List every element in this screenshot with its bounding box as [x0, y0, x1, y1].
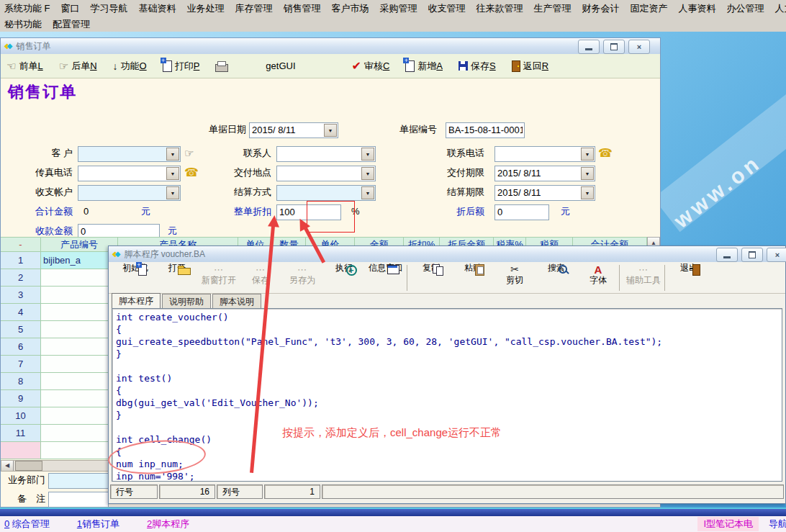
settle_due-combo[interactable]: 2015/ 8/11▼ [494, 185, 595, 201]
toolbar-label: 粘贴 [452, 263, 494, 273]
printer-button[interactable] [215, 60, 228, 72]
init-button[interactable]: 初始化 [114, 263, 156, 273]
hand-icon[interactable]: ☞ [184, 146, 194, 161]
restore-button[interactable] [741, 248, 763, 262]
grid-cell[interactable] [41, 338, 118, 356]
menu-item[interactable]: 业务处理 [187, 2, 225, 16]
next-voucher-button[interactable]: ☞后单N [59, 60, 97, 73]
discounted-input[interactable]: 0 [494, 204, 549, 220]
menu-item[interactable]: 收支管理 [428, 2, 466, 16]
close-button[interactable]: × [628, 40, 650, 54]
open-button[interactable]: 打开 [156, 263, 198, 273]
cut-button[interactable]: ✂剪切 [494, 263, 536, 285]
menu-item[interactable]: 配置管理 [53, 18, 90, 32]
taskbar-item[interactable]: 1销售订单 [77, 518, 119, 531]
menu-item[interactable]: 生产管理 [534, 2, 572, 16]
font-button[interactable]: A字体 [577, 263, 619, 285]
dept-input[interactable] [48, 473, 109, 489]
chevron-down-icon[interactable]: ▼ [361, 148, 374, 161]
grid-cell[interactable] [41, 287, 118, 304]
grid-cell[interactable] [41, 373, 118, 390]
chevron-down-icon[interactable]: ▼ [324, 124, 337, 137]
restore-button[interactable] [603, 40, 625, 54]
fax-combo[interactable]: ▼ [78, 166, 181, 181]
deliver_place-combo[interactable]: ▼ [276, 166, 376, 181]
chevron-down-icon[interactable]: ▼ [166, 167, 179, 180]
menu-item[interactable]: 基础资料 [139, 2, 176, 16]
prev-voucher-button[interactable]: ☜前单L [6, 60, 43, 73]
contact_phone-combo[interactable]: ▼ [494, 146, 595, 162]
search-button[interactable]: 搜索 [536, 263, 577, 273]
menu-item[interactable]: 人力资源 [775, 2, 786, 16]
run-button[interactable]: 执行 [323, 263, 365, 273]
taskbar-item[interactable]: 2脚本程序 [147, 518, 189, 531]
grid-cell[interactable] [41, 390, 118, 407]
menu-item[interactable]: 办公管理 [727, 2, 764, 16]
taskbar-item[interactable]: 0 综合管理 [4, 518, 50, 531]
print-button[interactable]: 打印P [163, 60, 200, 73]
note-input[interactable] [48, 492, 109, 508]
audit-button[interactable]: ✔审核C [352, 60, 390, 73]
account-combo[interactable]: ▼ [78, 185, 181, 201]
menu-item[interactable]: 学习导航 [91, 2, 128, 16]
menu-item[interactable]: 人事资料 [679, 2, 716, 16]
code-editor[interactable]: int create_voucher(){gui_create_speedbut… [112, 308, 782, 482]
grid-cell[interactable]: bijiben_a [41, 252, 118, 269]
copy-button[interactable]: 复制 [410, 263, 452, 273]
new-button[interactable]: 新增A [405, 60, 443, 73]
tab-说明帮助[interactable]: 说明帮助 [162, 294, 211, 309]
chevron-down-icon[interactable]: ▼ [166, 148, 179, 161]
return-button[interactable]: 返回R [512, 60, 548, 73]
sales-window-titlebar[interactable]: ◆◆ 销售订单 × [1, 38, 660, 55]
phone-icon[interactable]: ☎ [184, 166, 199, 180]
menu-item[interactable]: 库存管理 [235, 2, 273, 16]
chevron-down-icon[interactable]: ▼ [581, 148, 594, 161]
contact-combo[interactable]: ▼ [276, 146, 376, 162]
settle_method-combo[interactable]: ▼ [276, 185, 376, 201]
menu-item[interactable]: 窗口 [61, 2, 80, 16]
getgui-button[interactable]: getGUI [263, 60, 295, 71]
menu-item[interactable]: 财务会计 [582, 2, 620, 16]
info-window-button[interactable]: 信息窗口 [365, 263, 407, 273]
customer-combo[interactable]: ▼ [78, 146, 181, 162]
minimize-button[interactable] [578, 40, 600, 54]
doc_no-input[interactable]: BA-15-08-11-0001 [446, 122, 525, 138]
menu-item[interactable]: 销售管理 [284, 2, 321, 16]
doc_date-combo[interactable]: 2015/ 8/11▼ [249, 122, 338, 138]
grid-cell[interactable] [41, 321, 118, 338]
chevron-down-icon[interactable]: ▼ [166, 186, 179, 199]
chevron-down-icon[interactable]: ▼ [361, 186, 374, 199]
grid-cell[interactable] [41, 442, 118, 459]
script-window-titlebar[interactable]: ◆◆ 脚本程序 voucher.BA × [109, 246, 785, 263]
close-button[interactable]: × [767, 248, 786, 262]
chevron-down-icon[interactable]: ▼ [581, 167, 594, 180]
grid-cell[interactable] [41, 304, 118, 321]
menu-item[interactable]: 客户市场 [332, 2, 369, 16]
save-button[interactable]: 保存S [458, 60, 496, 73]
taskbar-product-item[interactable]: I型笔记本电 [697, 517, 759, 531]
exit-button[interactable]: 退出 [668, 263, 710, 273]
chevron-down-icon[interactable]: ▼ [581, 186, 594, 199]
tab-脚本说明[interactable]: 脚本说明 [212, 294, 261, 309]
function-button[interactable]: ↓功能O [113, 60, 147, 73]
minimize-button[interactable] [716, 248, 738, 262]
menu-item[interactable]: 系统功能 F [4, 2, 50, 16]
tab-脚本程序[interactable]: 脚本程序 [112, 293, 161, 310]
grid-cell[interactable] [41, 269, 118, 287]
grid-cell[interactable] [41, 407, 118, 425]
toolbar-shortcut: R [542, 60, 548, 71]
deliver_due-combo[interactable]: 2015/ 8/11▼ [494, 166, 595, 181]
grid-cell[interactable] [41, 356, 118, 373]
grid-cell[interactable] [41, 425, 118, 442]
scrollbar-thumb[interactable] [15, 461, 42, 471]
taskbar-nav-item[interactable]: 导航 [769, 518, 786, 531]
phone-icon[interactable]: ☎ [598, 146, 613, 161]
scroll-left-icon[interactable]: ◀ [1, 461, 14, 471]
menu-item[interactable]: 采购管理 [380, 2, 417, 16]
hand-right-icon: ☞ [59, 61, 68, 71]
menu-item[interactable]: 秘书功能 [4, 18, 42, 32]
menu-item[interactable]: 往来款管理 [476, 2, 523, 16]
paste-button[interactable]: 粘贴 [452, 263, 494, 273]
chevron-down-icon[interactable]: ▼ [361, 167, 374, 180]
menu-item[interactable]: 固定资产 [631, 2, 668, 16]
